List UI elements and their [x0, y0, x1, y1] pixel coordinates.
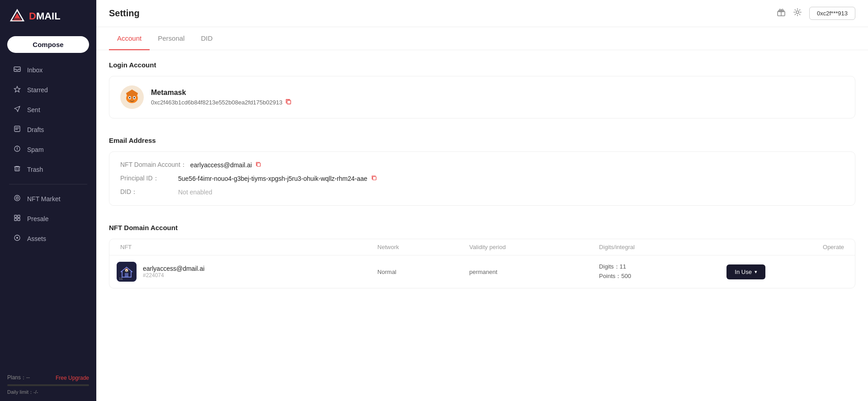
nav-inbox[interactable]: Inbox: [4, 61, 93, 79]
email-address-title: Email Address: [109, 137, 855, 144]
inbox-icon: [13, 66, 22, 75]
nft-domain-value: earlyaccess@dmail.ai: [190, 161, 252, 169]
star-icon: [13, 85, 22, 94]
gift-icon[interactable]: [777, 8, 786, 19]
nft-cell: 🏠 11 earlyaccess@dmail.ai #224074: [109, 255, 370, 288]
nft-domain-label: NFT Domain Account：: [120, 161, 187, 169]
wallet-address-display: 0xc2f463b1cd6b84f8213e552b08ea2fd175b029…: [151, 99, 292, 106]
sent-icon: [13, 105, 22, 114]
content-area: Account Personal DID Login Account: [96, 27, 868, 401]
email-fields: NFT Domain Account： earlyaccess@dmail.ai…: [120, 161, 844, 196]
plans-progress-bg: [7, 384, 89, 386]
nav-sent[interactable]: Sent: [4, 101, 93, 119]
th-validity: Validity period: [462, 239, 592, 255]
nav-divider: [9, 184, 87, 184]
svg-marker-4: [14, 86, 20, 92]
nft-name-info: earlyaccess@dmail.ai #224074: [143, 265, 204, 278]
login-account-title: Login Account: [109, 61, 855, 69]
svg-point-10: [16, 197, 19, 199]
digits-info: Digits：11 Points：500: [599, 262, 712, 281]
svg-rect-8: [15, 167, 19, 171]
svg-point-7: [17, 150, 17, 150]
logo-text: DMAIL: [29, 10, 61, 22]
th-digits: Digits/integral: [592, 239, 719, 255]
inbox-label: Inbox: [27, 66, 42, 74]
tab-did[interactable]: DID: [193, 27, 221, 50]
email-address-card: NFT Domain Account： earlyaccess@dmail.ai…: [109, 151, 855, 206]
nav-drafts[interactable]: Drafts: [4, 121, 93, 139]
daily-limit-label: Daily limit：-/-: [7, 389, 38, 396]
did-label: DID：: [120, 188, 175, 196]
assets-label: Assets: [27, 235, 46, 242]
sidebar: DMAIL Compose Inbox Starred Sent Drafts …: [0, 0, 96, 401]
free-upgrade-link[interactable]: Free Upgrade: [56, 375, 89, 381]
copy-nft-domain-icon[interactable]: [255, 161, 261, 169]
tabs-bar: Account Personal DID: [96, 27, 868, 50]
presale-label: Presale: [27, 215, 48, 222]
logo-d: D: [29, 10, 36, 22]
svg-rect-11: [14, 215, 17, 217]
copy-address-icon[interactable]: [285, 99, 292, 106]
email-address-section: Email Address NFT Domain Account： earlya…: [96, 126, 868, 213]
spam-label: Spam: [27, 146, 44, 153]
in-use-label: In Use: [735, 269, 752, 275]
svg-rect-29: [257, 163, 261, 167]
nav-nft-market[interactable]: NFT Market: [4, 190, 93, 208]
principal-id-value: 5ue56-f4imr-nouo4-g3bej-tiyms-xpgsh-j5ru…: [178, 175, 368, 182]
sidebar-logo: DMAIL: [0, 0, 96, 33]
metamask-avatar: [120, 85, 144, 109]
page-title: Setting: [109, 8, 140, 19]
th-operate: Operate: [719, 239, 855, 255]
nav-spam[interactable]: Spam: [4, 141, 93, 159]
svg-rect-13: [14, 218, 17, 221]
compose-button[interactable]: Compose: [7, 36, 89, 53]
main-content: Setting 0xc2f***913 Account Personal DID…: [96, 0, 868, 401]
nft-name-cell: 🏠 11 earlyaccess@dmail.ai #224074: [117, 262, 363, 282]
drafts-icon: [13, 125, 22, 134]
svg-text:11: 11: [119, 277, 123, 281]
svg-rect-12: [18, 215, 20, 217]
th-nft: NFT: [109, 239, 370, 255]
wallet-address-button[interactable]: 0xc2f***913: [809, 7, 855, 20]
nft-name-text: earlyaccess@dmail.ai: [143, 265, 204, 272]
network-value: Normal: [377, 269, 396, 275]
copy-principal-icon[interactable]: [371, 175, 377, 182]
nft-domain-field: NFT Domain Account： earlyaccess@dmail.ai: [120, 161, 844, 169]
presale-icon: [13, 214, 22, 223]
tab-account[interactable]: Account: [109, 27, 150, 50]
th-network: Network: [370, 239, 462, 255]
nft-domain-account-card: NFT Network Validity period Digits/integ…: [109, 239, 855, 288]
nft-table: NFT Network Validity period Digits/integ…: [109, 239, 855, 288]
in-use-button[interactable]: In Use ▾: [726, 264, 765, 279]
settings-icon[interactable]: [793, 8, 802, 19]
network-cell: Normal: [370, 255, 462, 288]
tab-personal[interactable]: Personal: [150, 27, 193, 50]
drafts-label: Drafts: [27, 126, 44, 133]
nav-presale[interactable]: Presale: [4, 210, 93, 228]
digits-cell: Digits：11 Points：500: [592, 255, 719, 288]
sidebar-bottom: Plans：-- Free Upgrade Daily limit：-/-: [0, 368, 96, 401]
dmail-logo-icon: [9, 8, 25, 24]
nav-trash[interactable]: Trash: [4, 160, 93, 179]
trash-label: Trash: [27, 166, 43, 173]
sent-label: Sent: [27, 106, 40, 113]
nft-domain-account-title: NFT Domain Account: [109, 224, 855, 231]
topbar-right: 0xc2f***913: [777, 7, 855, 20]
nft-market-label: NFT Market: [27, 195, 61, 203]
did-field: DID： Not enabled: [120, 188, 844, 196]
svg-point-19: [796, 11, 799, 14]
nft-id-text: #224074: [143, 272, 204, 278]
operate-cell: In Use ▾: [719, 255, 855, 288]
table-row: 🏠 11 earlyaccess@dmail.ai #224074: [109, 255, 855, 288]
login-account-section: Login Account: [96, 50, 868, 126]
digits-value: Digits：11: [599, 262, 712, 272]
validity-cell: permanent: [462, 255, 592, 288]
chevron-down-icon: ▾: [755, 269, 757, 275]
svg-point-9: [14, 195, 20, 201]
metamask-info: Metamask 0xc2f463b1cd6b84f8213e552b08ea2…: [151, 89, 292, 106]
svg-text:🏠: 🏠: [124, 268, 129, 272]
nav-assets[interactable]: Assets: [4, 230, 93, 248]
principal-id-field: Principal ID： 5ue56-f4imr-nouo4-g3bej-ti…: [120, 175, 844, 183]
validity-value: permanent: [469, 269, 497, 275]
nav-starred[interactable]: Starred: [4, 81, 93, 99]
